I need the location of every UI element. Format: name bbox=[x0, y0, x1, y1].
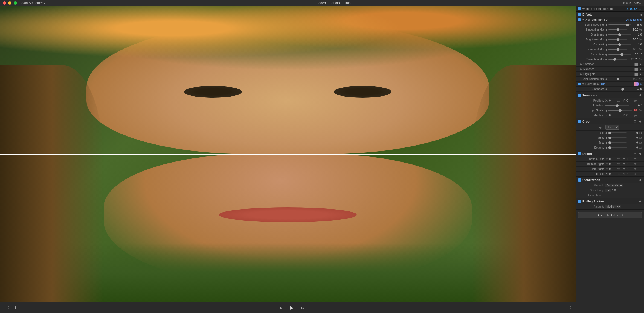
video-frame[interactable] bbox=[0, 6, 576, 302]
minimize-button[interactable] bbox=[8, 1, 11, 5]
transform-reset-icon[interactable]: ⊞ bbox=[633, 93, 637, 97]
play-button[interactable]: ▶ bbox=[289, 305, 295, 311]
distort-reset-icon[interactable]: ✏ bbox=[633, 152, 637, 156]
stab-method-dropdown[interactable]: Automatic bbox=[605, 184, 623, 187]
top-thumb[interactable] bbox=[608, 141, 611, 144]
contrast-slider[interactable] bbox=[608, 44, 631, 45]
crop-reset-icon[interactable]: ⊡ bbox=[633, 119, 637, 123]
maximize-button[interactable] bbox=[14, 1, 17, 5]
tab-audio[interactable]: Audio bbox=[331, 1, 340, 5]
color-balance-mix-slider[interactable] bbox=[608, 79, 627, 79]
stabilization-header[interactable]: Stabilization ◀ bbox=[576, 177, 644, 183]
effect-checkbox[interactable] bbox=[578, 18, 581, 21]
add-icon[interactable]: + bbox=[606, 83, 608, 86]
midtones-dropdown-icon[interactable]: ▼ bbox=[639, 68, 642, 71]
anchor-x-value[interactable]: 0 bbox=[609, 114, 616, 117]
contrast-mix-slider[interactable] bbox=[608, 49, 627, 50]
tab-video[interactable]: Video bbox=[318, 1, 326, 5]
bottom-slider[interactable] bbox=[608, 147, 627, 148]
bl-y[interactable]: 0 bbox=[626, 158, 633, 161]
saturation-mix-thumb[interactable] bbox=[613, 58, 616, 61]
highlights-dropdown-icon[interactable]: ▼ bbox=[639, 73, 642, 76]
rs-amount-dropdown[interactable]: Medium bbox=[605, 205, 621, 208]
rolling-shutter-header[interactable]: Rolling Shutter ◀ bbox=[576, 198, 644, 204]
fullscreen-button[interactable]: ⛶ bbox=[565, 305, 572, 311]
tl-x[interactable]: 0 bbox=[609, 172, 616, 175]
effects-checkbox[interactable] bbox=[578, 13, 581, 16]
view-masks-link[interactable]: View Masks bbox=[626, 18, 642, 21]
contrast-thumb[interactable] bbox=[618, 43, 621, 46]
brightness-thumb[interactable] bbox=[618, 33, 621, 36]
left-thumb[interactable] bbox=[608, 132, 611, 134]
type-dropdown[interactable]: Trim bbox=[605, 125, 619, 130]
clip-checkbox[interactable] bbox=[578, 7, 581, 10]
top-slider[interactable] bbox=[608, 142, 627, 143]
midtones-swatch[interactable] bbox=[634, 68, 638, 71]
effects-header[interactable]: Effects ◀ bbox=[576, 12, 644, 17]
color-mask-checkbox[interactable] bbox=[578, 83, 581, 85]
rotation-thumb[interactable] bbox=[616, 104, 619, 107]
distort-header[interactable]: Distort ✏ ◀ bbox=[576, 150, 644, 157]
smoothing-mix-slider[interactable] bbox=[608, 29, 627, 30]
tr-y[interactable]: 0 bbox=[626, 167, 633, 170]
saturation-mix-slider[interactable] bbox=[608, 59, 627, 60]
share-button[interactable]: ⬆ bbox=[13, 305, 18, 310]
y-value[interactable]: 0 bbox=[626, 99, 633, 102]
tab-info[interactable]: Info bbox=[345, 1, 351, 5]
add-mask-button[interactable]: Add bbox=[601, 83, 605, 86]
video-divider[interactable] bbox=[0, 154, 576, 155]
highlights-row[interactable]: ▶ Highlights ▼ bbox=[576, 72, 644, 77]
brightness-slider[interactable] bbox=[608, 34, 631, 35]
saturation-slider[interactable] bbox=[608, 54, 631, 55]
crop-checkbox[interactable] bbox=[578, 120, 581, 123]
softness-slider[interactable] bbox=[608, 89, 631, 89]
shadows-row[interactable]: ▶ Shadows ▼ bbox=[576, 62, 644, 67]
smoothing-mix-thumb[interactable] bbox=[617, 28, 619, 31]
left-slider[interactable] bbox=[608, 132, 627, 133]
tl-y[interactable]: 0 bbox=[626, 172, 633, 175]
shadows-dropdown-icon[interactable]: ▼ bbox=[639, 63, 642, 66]
bottom-thumb[interactable] bbox=[608, 146, 611, 149]
shadows-swatch[interactable] bbox=[634, 63, 638, 66]
skin-smoothing-thumb[interactable] bbox=[626, 24, 629, 26]
transform-header[interactable]: Transform ⊞ ◀ bbox=[576, 92, 644, 98]
midtones-row[interactable]: ▶ Midtones ▼ bbox=[576, 67, 644, 72]
effects-expand[interactable]: ◀ bbox=[640, 13, 642, 16]
transform-expand-icon[interactable]: ◀ bbox=[638, 93, 642, 97]
distort-expand-icon[interactable]: ◀ bbox=[638, 152, 642, 156]
tr-x[interactable]: 0 bbox=[609, 167, 616, 170]
softness-thumb[interactable] bbox=[621, 88, 624, 91]
scale-slider[interactable] bbox=[608, 110, 632, 111]
scale-thumb[interactable] bbox=[619, 109, 622, 112]
bl-x[interactable]: 0 bbox=[609, 158, 616, 161]
rewind-button[interactable]: ⏮ bbox=[277, 305, 284, 311]
x-value[interactable]: 0 bbox=[609, 99, 616, 102]
stabilization-checkbox[interactable] bbox=[578, 178, 581, 182]
br-x[interactable]: 0 bbox=[609, 163, 616, 166]
contrast-mix-thumb[interactable] bbox=[617, 48, 619, 51]
crop-header[interactable]: Crop ⊡ ◀ bbox=[576, 118, 644, 124]
rolling-shutter-checkbox[interactable] bbox=[578, 200, 581, 203]
rotation-slider[interactable] bbox=[605, 105, 629, 106]
stabilization-expand-icon[interactable]: ◀ bbox=[638, 178, 642, 182]
crop-expand-icon[interactable]: ◀ bbox=[638, 119, 642, 123]
right-slider[interactable] bbox=[608, 137, 627, 138]
stab-smoothing-dropdown[interactable] bbox=[605, 189, 611, 192]
color-mask-swatch[interactable] bbox=[634, 82, 639, 86]
skin-smoothing-slider[interactable] bbox=[608, 24, 631, 25]
anchor-y-value[interactable]: 0 bbox=[626, 114, 633, 117]
right-thumb[interactable] bbox=[608, 137, 611, 139]
brightness-mix-thumb[interactable] bbox=[617, 38, 619, 41]
save-effects-preset-button[interactable]: Save Effects Preset bbox=[578, 212, 642, 218]
rolling-shutter-expand-icon[interactable]: ◀ bbox=[638, 199, 642, 203]
br-y[interactable]: 0 bbox=[626, 163, 633, 166]
close-button[interactable] bbox=[3, 1, 6, 5]
highlights-swatch[interactable] bbox=[634, 73, 638, 76]
forward-button[interactable]: ⏭ bbox=[300, 305, 307, 311]
brightness-mix-slider[interactable] bbox=[608, 39, 627, 40]
view-button[interactable]: View bbox=[634, 1, 641, 5]
saturation-thumb[interactable] bbox=[620, 53, 623, 56]
color-balance-mix-thumb[interactable] bbox=[617, 78, 619, 80]
distort-checkbox[interactable] bbox=[578, 152, 581, 155]
pen-icon[interactable]: ✏ bbox=[640, 83, 642, 86]
